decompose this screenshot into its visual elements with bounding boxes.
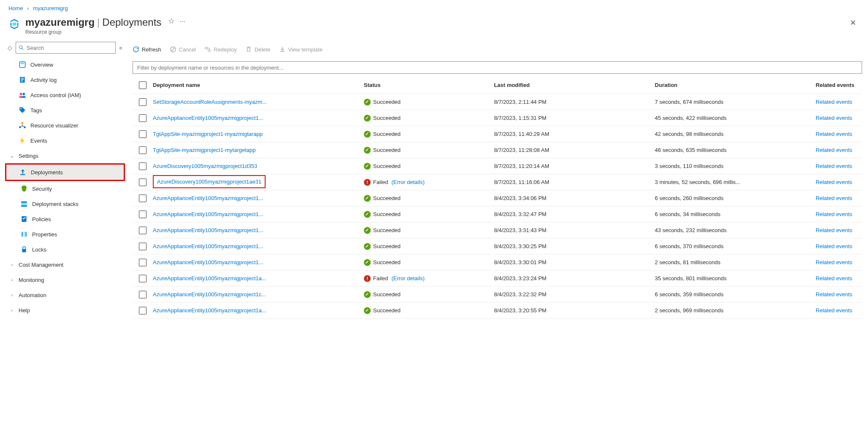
- related-events-link[interactable]: Related events: [816, 99, 852, 105]
- related-events-link[interactable]: Related events: [816, 179, 852, 185]
- deployment-name-link[interactable]: AzureApplianceEntity1005myazmigproject1.…: [153, 211, 360, 217]
- view-template-button: View template: [279, 46, 323, 53]
- close-button[interactable]: ✕: [846, 16, 860, 29]
- sidebar-group[interactable]: ›Automation: [8, 287, 127, 303]
- sidebar-item-overview[interactable]: Overview: [8, 57, 127, 72]
- deployment-name-link[interactable]: TgtAppSite-myazmigproject1-myazmigtarapp: [153, 131, 360, 137]
- sidebar-search[interactable]: [16, 42, 116, 54]
- refresh-button[interactable]: Refresh: [133, 46, 161, 53]
- related-events-link[interactable]: Related events: [816, 243, 852, 249]
- sidebar-item-label: Events: [30, 138, 47, 144]
- header-modified[interactable]: Last modified: [494, 82, 655, 88]
- deployment-name-link[interactable]: SetStorageAccountRoleAssignments-myazm..…: [153, 99, 360, 105]
- related-events-link[interactable]: Related events: [816, 163, 852, 169]
- sidebar-item-stacks[interactable]: Deployment stacks: [8, 196, 127, 211]
- sidebar-search-input[interactable]: [27, 45, 113, 51]
- deployment-name-link[interactable]: AzureApplianceEntity1005myazmigproject1a…: [153, 307, 360, 314]
- filter-box[interactable]: [133, 61, 862, 74]
- sidebar-item-label: Security: [32, 186, 52, 192]
- status-text: Succeeded: [373, 259, 401, 265]
- row-checkbox[interactable]: [139, 146, 146, 154]
- sidebar-item-deploy[interactable]: Deployments: [6, 165, 124, 180]
- table-row: AzureApplianceEntity1005myazmigproject1.…: [133, 190, 862, 206]
- favorite-icon[interactable]: ☆: [168, 16, 175, 26]
- sidebar-item-label: Overview: [30, 62, 53, 68]
- sidebar-item-properties[interactable]: Properties: [8, 227, 127, 242]
- related-events-link[interactable]: Related events: [816, 147, 852, 153]
- svg-line-25: [171, 48, 175, 51]
- sidebar-group[interactable]: ›Help: [8, 303, 127, 318]
- related-events-link[interactable]: Related events: [816, 275, 852, 281]
- deployment-name-link[interactable]: AzureApplianceEntity1005myazmigproject1.…: [153, 115, 360, 121]
- svg-rect-7: [21, 79, 24, 80]
- header-name[interactable]: Deployment name: [153, 82, 364, 88]
- deployment-name-link[interactable]: AzureDiscovery1005myazmigproject1d353: [153, 163, 360, 169]
- settings-group[interactable]: ⌄ Settings: [8, 148, 127, 163]
- sidebar-item-locks[interactable]: Locks: [8, 242, 127, 257]
- sidebar-item-events[interactable]: Events: [8, 133, 127, 148]
- error-details-link[interactable]: (Error details): [391, 275, 425, 281]
- related-events-link[interactable]: Related events: [816, 259, 852, 265]
- header-status[interactable]: Status: [364, 82, 494, 88]
- main-content: Refresh Cancel Redeploy Delete View temp…: [127, 40, 868, 323]
- row-checkbox[interactable]: [139, 179, 146, 186]
- status-text: Succeeded: [373, 147, 401, 153]
- related-events-link[interactable]: Related events: [816, 131, 852, 137]
- sidebar-group[interactable]: ›Monitoring: [8, 272, 127, 287]
- row-checkbox[interactable]: [139, 307, 146, 314]
- row-checkbox[interactable]: [139, 195, 146, 202]
- deployment-name-link[interactable]: AzureApplianceEntity1005myazmigproject1.…: [153, 195, 360, 201]
- related-events-link[interactable]: Related events: [816, 307, 852, 314]
- sidebar-item-tags[interactable]: Tags: [8, 103, 127, 118]
- status-text: Succeeded: [373, 307, 401, 314]
- duration: 43 seconds, 232 milliseconds: [655, 227, 816, 233]
- row-checkbox[interactable]: [139, 227, 146, 234]
- breadcrumb-rg[interactable]: myazuremigrg: [33, 5, 68, 11]
- deployment-name-link[interactable]: AzureApplianceEntity1005myazmigproject1.…: [153, 227, 360, 233]
- row-checkbox[interactable]: [139, 275, 146, 282]
- pin-icon[interactable]: ◇: [8, 44, 12, 51]
- toolbar: Refresh Cancel Redeploy Delete View temp…: [133, 42, 862, 57]
- sidebar-group-label: Monitoring: [19, 277, 44, 283]
- deployment-name-link[interactable]: AzureApplianceEntity1005myazmigproject1.…: [153, 259, 360, 265]
- deployment-name-link[interactable]: AzureApplianceEntity1005myazmigproject1.…: [153, 243, 360, 249]
- status-text: Failed: [373, 275, 388, 281]
- sidebar-item-activity[interactable]: Activity log: [8, 72, 127, 87]
- row-checkbox[interactable]: [139, 98, 146, 106]
- deployment-name-link[interactable]: AzureApplianceEntity1005myazmigproject1c…: [153, 291, 360, 298]
- related-events-link[interactable]: Related events: [816, 195, 852, 201]
- collapse-sidebar-icon[interactable]: «: [119, 44, 122, 51]
- related-events-link[interactable]: Related events: [816, 227, 852, 233]
- filter-input[interactable]: [137, 65, 857, 71]
- activity-icon: [19, 76, 26, 84]
- select-all-checkbox[interactable]: [139, 81, 146, 89]
- table-row: SetStorageAccountRoleAssignments-myazm..…: [133, 94, 862, 110]
- row-checkbox[interactable]: [139, 259, 146, 266]
- sidebar-item-visualizer[interactable]: Resource visualizer: [8, 118, 127, 133]
- row-checkbox[interactable]: [139, 211, 146, 218]
- related-events-link[interactable]: Related events: [816, 115, 852, 121]
- row-checkbox[interactable]: [139, 162, 146, 170]
- svg-rect-17: [21, 203, 27, 205]
- table-row: AzureDiscovery1005myazmigproject1d353✓Su…: [133, 158, 862, 174]
- row-checkbox[interactable]: [139, 130, 146, 138]
- row-checkbox[interactable]: [139, 243, 146, 250]
- sidebar-item-iam[interactable]: Access control (IAM): [8, 87, 127, 103]
- status-text: Succeeded: [373, 195, 401, 201]
- sidebar-item-policies[interactable]: Policies: [8, 211, 127, 227]
- deployment-name-link[interactable]: AzureApplianceEntity1005myazmigproject1a…: [153, 275, 360, 281]
- row-checkbox[interactable]: [139, 114, 146, 122]
- related-events-link[interactable]: Related events: [816, 291, 852, 298]
- deployment-name-link[interactable]: AzureDiscovery1005myazmigproject1ae31: [153, 175, 266, 188]
- row-checkbox[interactable]: [139, 291, 146, 298]
- more-icon[interactable]: ⋯: [180, 18, 185, 24]
- related-events-link[interactable]: Related events: [816, 211, 852, 217]
- success-icon: ✓: [364, 195, 371, 202]
- error-details-link[interactable]: (Error details): [391, 179, 425, 185]
- breadcrumb-home[interactable]: Home: [8, 5, 23, 11]
- header-duration[interactable]: Duration: [655, 82, 816, 88]
- deployment-name-link[interactable]: TgtAppSite-myazmigproject1-mytargetapp: [153, 147, 360, 153]
- header-events[interactable]: Related events: [816, 82, 862, 88]
- sidebar-group[interactable]: ›Cost Management: [8, 257, 127, 272]
- sidebar-item-security[interactable]: Security: [8, 181, 127, 196]
